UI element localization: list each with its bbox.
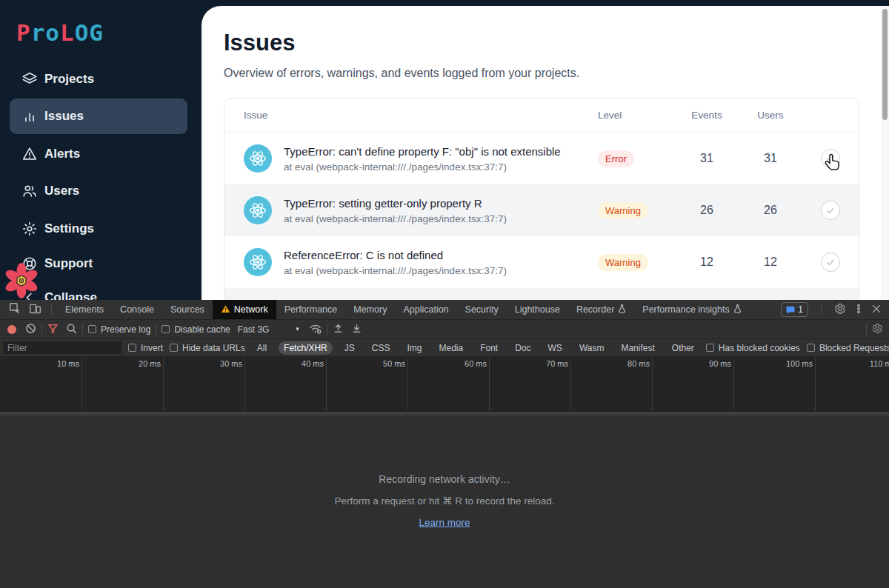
network-conditions-icon[interactable]: [309, 323, 322, 336]
clear-network-icon[interactable]: [25, 323, 36, 336]
tab-security[interactable]: Security: [457, 300, 507, 319]
throttling-select[interactable]: Fast 3G: [238, 324, 270, 335]
empty-state-hint: Perform a request or hit ⌘ R to record t…: [0, 495, 889, 507]
invert-label: Invert: [141, 343, 163, 353]
tab-performance[interactable]: Performance: [276, 300, 346, 319]
filter-type-other[interactable]: Other: [667, 341, 699, 355]
filter-type-css[interactable]: CSS: [367, 341, 396, 355]
hide-data-urls-checkbox[interactable]: Hide data URLs: [170, 343, 245, 353]
logo-seg-1: P: [16, 19, 31, 46]
table-row[interactable]: ReferenceError: C is not defined at eval…: [224, 236, 859, 288]
tab-network[interactable]: Network: [213, 300, 276, 319]
filter-type-manifest[interactable]: Manifest: [616, 341, 659, 355]
tab-console[interactable]: Console: [112, 300, 162, 319]
sidebar-item-settings[interactable]: Settings: [0, 215, 202, 243]
gear-icon: [21, 220, 39, 238]
react-icon: [244, 196, 272, 224]
dropdown-arrow-icon[interactable]: ▼: [294, 326, 300, 333]
sidebar-item-projects[interactable]: Projects: [0, 65, 202, 93]
table-header-row: Issue Level Events Users: [224, 98, 859, 133]
timeline-tick: 20 ms: [139, 359, 161, 368]
tab-lighthouse[interactable]: Lighthouse: [507, 300, 568, 319]
page-scrollbar[interactable]: [881, 6, 889, 300]
filter-input[interactable]: [3, 341, 121, 354]
sidebar-item-label: Projects: [44, 72, 94, 87]
tab-application[interactable]: Application: [395, 300, 456, 319]
resolve-button[interactable]: [821, 201, 840, 220]
network-settings-gear-icon[interactable]: [872, 323, 883, 336]
close-devtools-icon[interactable]: [871, 304, 882, 316]
issues-counter-badge[interactable]: 1: [781, 302, 808, 317]
level-badge: Error: [598, 150, 634, 167]
filter-type-all[interactable]: All: [252, 341, 272, 355]
experiment-flask-icon: [733, 304, 742, 315]
devtools-panel: Elements Console Sources Network Perform…: [0, 300, 889, 588]
sidebar-item-users[interactable]: Users: [0, 177, 202, 205]
tab-recorder[interactable]: Recorder: [568, 300, 634, 319]
inspect-element-icon[interactable]: [9, 302, 21, 317]
tab-performance-insights[interactable]: Performance insights: [634, 300, 749, 319]
filter-type-doc[interactable]: Doc: [510, 341, 536, 355]
filter-type-font[interactable]: Font: [475, 341, 503, 355]
import-har-icon[interactable]: [333, 323, 344, 336]
divider: [821, 304, 822, 315]
resolve-button[interactable]: [821, 253, 840, 272]
filter-type-js[interactable]: JS: [339, 341, 360, 355]
device-toolbar-icon[interactable]: [29, 302, 41, 317]
tab-sources[interactable]: Sources: [162, 300, 213, 319]
filter-type-fetch-xhr[interactable]: Fetch/XHR: [279, 341, 333, 355]
search-icon[interactable]: [66, 323, 77, 336]
bar-chart-icon: [21, 107, 39, 125]
blocked-requests-checkbox[interactable]: Blocked Requests: [807, 343, 889, 353]
divider: [82, 324, 83, 335]
devtools-tabbar: Elements Console Sources Network Perform…: [0, 300, 889, 320]
devtools-settings-gear-icon[interactable]: [834, 303, 846, 317]
checkbox: [128, 344, 136, 352]
network-warning-icon: [221, 304, 230, 315]
sidebar-item-label: Support: [44, 256, 93, 271]
timeline-tick: 10 ms: [57, 359, 79, 368]
disable-cache-label: Disable cache: [174, 324, 230, 335]
has-blocked-cookies-checkbox[interactable]: Has blocked cookies: [706, 343, 800, 353]
record-network-button[interactable]: [7, 325, 16, 334]
preserve-log-checkbox[interactable]: Preserve log: [88, 324, 150, 335]
filter-type-ws[interactable]: WS: [543, 341, 567, 355]
filter-funnel-icon[interactable]: [47, 323, 59, 336]
timeline-tick: 40 ms: [302, 359, 324, 368]
timeline-tick: 110 ms: [870, 359, 889, 368]
tab-elements[interactable]: Elements: [57, 300, 112, 319]
users-icon: [21, 182, 39, 200]
kebab-menu-icon[interactable]: [853, 304, 864, 316]
disable-cache-checkbox[interactable]: Disable cache: [162, 324, 230, 335]
sidebar-item-alerts[interactable]: Alerts: [0, 140, 202, 168]
filter-type-img[interactable]: Img: [402, 341, 427, 355]
sidebar-item-issues[interactable]: Issues: [10, 98, 187, 134]
checkbox: [706, 344, 714, 352]
tab-memory[interactable]: Memory: [345, 300, 395, 319]
table-row[interactable]: TypeError: setting getter-only property …: [224, 184, 859, 236]
col-header-events: Events: [675, 110, 739, 121]
scrollbar-thumb[interactable]: [882, 9, 888, 120]
users-count: 12: [739, 255, 802, 269]
issue-title: TypeError: setting getter-only property …: [284, 197, 507, 210]
app-logo: ProLOG: [16, 19, 104, 46]
checkbox: [170, 344, 178, 352]
logo-seg-2: ro: [31, 19, 60, 46]
learn-more-link[interactable]: Learn more: [419, 517, 470, 528]
timeline-tick: 30 ms: [220, 359, 242, 368]
logo-seg-4: OG: [75, 19, 104, 46]
level-badge: Warning: [598, 202, 648, 219]
network-toolbar: Preserve log Disable cache Fast 3G ▼: [0, 320, 889, 339]
users-count: 31: [739, 152, 802, 165]
issue-title: ReferenceError: C is not defined: [284, 249, 507, 261]
timeline-tick: 100 ms: [786, 359, 813, 368]
invert-checkbox[interactable]: Invert: [128, 343, 163, 353]
filter-type-wasm[interactable]: Wasm: [574, 341, 610, 355]
page-title: Issues: [224, 30, 296, 56]
mouse-cursor-icon: [822, 153, 843, 176]
export-har-icon[interactable]: [351, 323, 362, 336]
table-row[interactable]: TypeError: can't define property F: "obj…: [224, 133, 859, 184]
filter-type-media[interactable]: Media: [433, 341, 468, 355]
events-count: 26: [675, 204, 739, 217]
col-header-issue: Issue: [244, 110, 598, 121]
